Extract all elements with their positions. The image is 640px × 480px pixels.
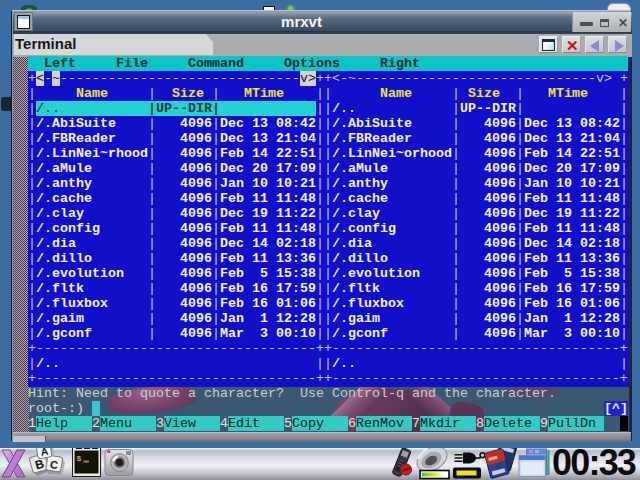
- svg-text:$: $: [77, 454, 82, 463]
